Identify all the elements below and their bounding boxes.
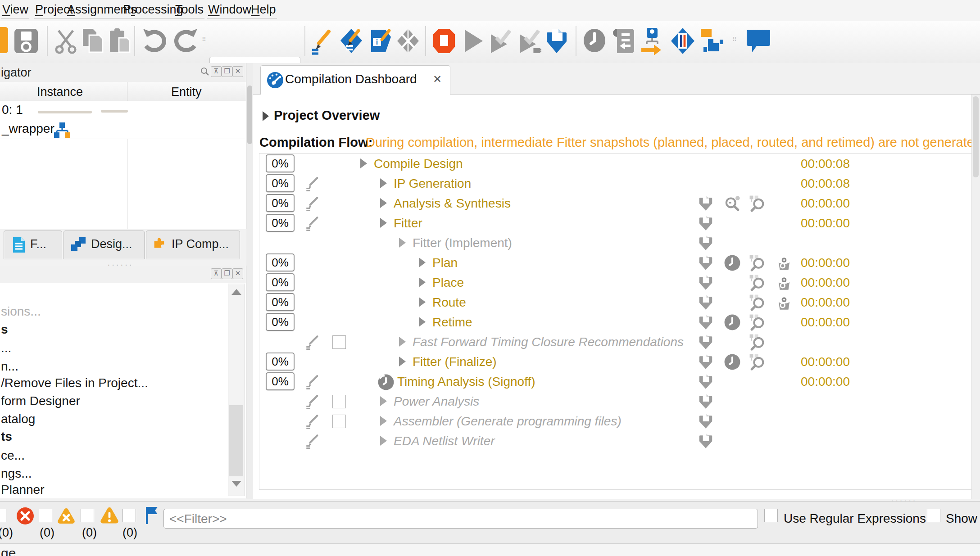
snapshot-icon[interactable] bbox=[697, 294, 714, 311]
progress-button[interactable]: 0% bbox=[266, 313, 295, 331]
task-item[interactable]: form Designer bbox=[1, 394, 80, 408]
edit-settings-icon[interactable] bbox=[304, 394, 320, 409]
flow-row-fitter-finalize[interactable]: 0% Fitter (Finalize) 00:00:00 bbox=[259, 352, 980, 372]
menu-tools[interactable]: Tools bbox=[174, 3, 204, 19]
use-regex-checkbox[interactable] bbox=[764, 509, 778, 522]
expand-arrow-icon[interactable] bbox=[380, 416, 387, 426]
save-button[interactable] bbox=[14, 27, 39, 55]
tech-map-viewer-icon[interactable] bbox=[749, 195, 766, 212]
progress-button[interactable]: 0% bbox=[266, 273, 295, 291]
snapshot-icon[interactable] bbox=[697, 353, 714, 371]
snapshot-viewer-button[interactable] bbox=[544, 27, 569, 55]
settings-editor-button[interactable]: i bbox=[368, 27, 393, 55]
flow-row-fitter[interactable]: 0% Fitter 00:00:00 bbox=[259, 213, 980, 233]
flow-row-place[interactable]: 0% Place 00:00:00 bbox=[259, 273, 980, 293]
progress-button[interactable]: 0% bbox=[266, 353, 295, 371]
task-item[interactable]: atalog bbox=[1, 412, 35, 426]
message-filter-input[interactable]: <<Filter>> bbox=[163, 509, 758, 529]
stage-label[interactable]: Route bbox=[432, 295, 466, 310]
cut-button[interactable] bbox=[53, 27, 78, 55]
tab-files[interactable]: F... bbox=[4, 231, 62, 259]
snapshot-icon[interactable] bbox=[697, 393, 714, 410]
stage-label[interactable]: Analysis & Synthesis bbox=[394, 196, 511, 211]
critical-warnings-filter-checkbox[interactable] bbox=[39, 509, 52, 522]
pin-planner-button[interactable] bbox=[339, 27, 364, 55]
timing-analysis-clock-icon[interactable] bbox=[377, 374, 395, 391]
snapshot-icon[interactable] bbox=[697, 235, 714, 252]
expand-arrow-icon[interactable] bbox=[399, 357, 406, 366]
tab-design-hierarchy[interactable]: Desig... bbox=[64, 231, 145, 259]
edit-settings-icon[interactable] bbox=[304, 414, 320, 429]
menu-view[interactable]: View bbox=[1, 3, 29, 19]
progress-button[interactable]: 0% bbox=[266, 194, 295, 212]
comment-button[interactable] bbox=[746, 27, 771, 55]
errors-filter-checkbox[interactable] bbox=[0, 509, 6, 522]
close-panel-button[interactable]: ✕ bbox=[232, 66, 243, 77]
edit-settings-icon[interactable] bbox=[304, 196, 320, 211]
paste-button[interactable] bbox=[107, 27, 132, 55]
flow-row-power-analysis[interactable]: Power Analysis bbox=[259, 392, 980, 411]
progress-button[interactable]: 0% bbox=[266, 174, 295, 192]
col-entity[interactable]: Entity bbox=[171, 85, 202, 99]
stage-label[interactable]: IP Generation bbox=[394, 176, 471, 191]
partition-planner-button[interactable] bbox=[699, 27, 724, 55]
edit-settings-icon[interactable] bbox=[304, 176, 320, 191]
task-item[interactable]: /Remove Files in Project... bbox=[1, 376, 148, 390]
flow-row-compile-design[interactable]: 0% Compile Design 00:00:08 bbox=[259, 154, 980, 174]
edit-settings-icon[interactable] bbox=[304, 216, 320, 231]
pin-panel-button[interactable]: ⊼ bbox=[211, 66, 222, 77]
stage-label[interactable]: Compile Design bbox=[374, 157, 463, 171]
dashboard-scrollbar-thumb[interactable] bbox=[973, 96, 979, 177]
edit-settings-icon[interactable] bbox=[304, 434, 320, 449]
open-file-icon[interactable] bbox=[0, 27, 8, 53]
compilation-report-button[interactable] bbox=[611, 27, 636, 55]
stage-label[interactable]: EDA Netlist Writer bbox=[394, 434, 495, 448]
pin-panel-button[interactable]: ⊼ bbox=[211, 268, 222, 279]
menu-window[interactable]: Window bbox=[207, 3, 252, 19]
snapshot-icon[interactable] bbox=[697, 373, 714, 390]
task-item[interactable]: ngs... bbox=[1, 466, 32, 481]
flow-row-fast-forward[interactable]: Fast Forward Timing Closure Recommendati… bbox=[259, 332, 980, 352]
copy-button[interactable] bbox=[80, 27, 105, 55]
float-panel-button[interactable]: ❐ bbox=[222, 268, 232, 279]
task-item[interactable]: s bbox=[1, 322, 8, 337]
stage-label[interactable]: Fitter bbox=[394, 216, 422, 231]
undo-button[interactable] bbox=[141, 27, 169, 55]
task-item[interactable]: Planner bbox=[1, 483, 45, 497]
device-button[interactable] bbox=[395, 27, 421, 55]
task-item[interactable]: ce... bbox=[1, 448, 25, 463]
start-compilation-button[interactable] bbox=[460, 27, 485, 55]
flow-row-assembler[interactable]: Assembler (Generate programming files) bbox=[259, 411, 980, 431]
expand-arrow-icon[interactable] bbox=[380, 178, 387, 188]
progress-button[interactable]: 0% bbox=[266, 253, 295, 271]
col-instance[interactable]: Instance bbox=[37, 85, 83, 99]
enable-stage-checkbox[interactable] bbox=[332, 395, 346, 408]
tech-map-viewer-icon[interactable] bbox=[749, 334, 766, 351]
start-analysis-button[interactable] bbox=[487, 27, 513, 55]
tasks-scrollbar-thumb[interactable] bbox=[229, 405, 243, 476]
progress-button[interactable]: 0% bbox=[266, 372, 295, 390]
task-item[interactable]: ... bbox=[1, 341, 11, 355]
flow-row-ip-generation[interactable]: 0% IP Generation 00:00:08 bbox=[259, 174, 980, 194]
start-analysis-elaboration-button[interactable] bbox=[516, 27, 541, 55]
flow-row-fitter-implement[interactable]: Fitter (Implement) bbox=[259, 233, 980, 253]
project-overview-title[interactable]: Project Overview bbox=[274, 108, 380, 123]
rtl-netlist-button[interactable] bbox=[640, 27, 665, 55]
rtl-viewer-icon[interactable] bbox=[724, 195, 741, 212]
redo-button[interactable] bbox=[171, 27, 200, 55]
scroll-down-icon[interactable] bbox=[231, 481, 241, 487]
flow-row-route[interactable]: 0% Route 00:00:00 bbox=[259, 293, 980, 312]
toolbar-drag-handle[interactable]: ⠿ bbox=[732, 38, 739, 56]
snapshot-icon[interactable] bbox=[697, 274, 714, 291]
flagged-filter-checkbox[interactable] bbox=[122, 509, 136, 522]
expand-arrow-icon[interactable] bbox=[380, 396, 387, 406]
snapshot-icon[interactable] bbox=[697, 413, 714, 430]
expand-arrow-icon[interactable] bbox=[419, 277, 426, 287]
tab-compilation-dashboard[interactable]: Compilation Dashboard ✕ bbox=[260, 65, 450, 95]
search-icon[interactable] bbox=[200, 67, 210, 77]
expand-arrow-icon[interactable] bbox=[419, 317, 426, 327]
edit-settings-icon[interactable] bbox=[304, 374, 320, 389]
task-item[interactable]: ts bbox=[1, 429, 12, 444]
flow-row-timing-analysis[interactable]: 0% Timing Analysis (Signoff) 00:00:00 bbox=[259, 372, 980, 392]
tab-ip-components[interactable]: IP Comp... bbox=[146, 231, 240, 259]
